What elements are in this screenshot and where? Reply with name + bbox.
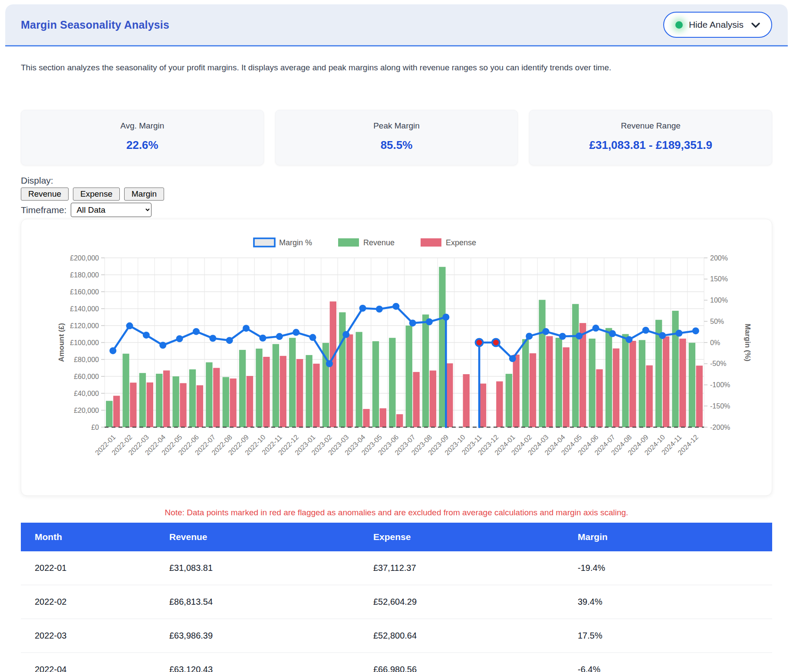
svg-text:200%: 200% [710, 254, 728, 262]
stat-value: 22.6% [26, 138, 259, 152]
timeframe-select[interactable]: All Data [71, 203, 151, 217]
table-cell: 2022-03 [21, 619, 169, 653]
svg-text:£160,000: £160,000 [70, 288, 99, 296]
stat-label: Revenue Range [534, 121, 767, 131]
table-cell: £31,083.81 [169, 551, 373, 585]
table-body: 2022-01£31,083.81£37,112.37-19.4%2022-02… [21, 551, 772, 672]
stat-value: 85.5% [280, 138, 513, 152]
svg-text:-100%: -100% [710, 381, 730, 389]
svg-text:£200,000: £200,000 [70, 254, 99, 262]
table-cell: £52,800.64 [373, 619, 578, 653]
table-header-row: MonthRevenueExpenseMargin [21, 523, 772, 551]
svg-text:£20,000: £20,000 [74, 407, 99, 414]
svg-text:150%: 150% [710, 275, 728, 283]
svg-text:Margin (%): Margin (%) [744, 324, 752, 362]
table-row: 2022-03£63,986.39£52,800.6417.5% [21, 619, 772, 653]
table-cell: £37,112.37 [373, 551, 578, 585]
table-cell: 39.4% [578, 585, 772, 619]
section-description: This section analyzes the seasonality of… [21, 63, 772, 72]
svg-text:£180,000: £180,000 [70, 271, 99, 279]
stat-card-peak-margin: Peak Margin85.5% [275, 110, 518, 165]
page-title: Margin Seasonality Analysis [21, 19, 169, 31]
margin-seasonality-chart: £0£20,000£40,000£60,000£80,000£100,000£1… [29, 229, 763, 489]
svg-text:£60,000: £60,000 [74, 373, 99, 380]
table-cell: £63,120.43 [169, 653, 373, 672]
stat-card-revenue-range: Revenue Range£31,083.81 - £189,351.9 [529, 110, 772, 165]
col-header-month: Month [21, 523, 169, 551]
svg-text:Margin %: Margin % [279, 238, 312, 247]
status-dot-icon [675, 21, 683, 29]
svg-text:-50%: -50% [710, 360, 726, 367]
svg-text:-200%: -200% [710, 424, 730, 431]
table-row: 2022-02£86,813.54£52,604.2939.4% [21, 585, 772, 619]
table-cell: -19.4% [578, 551, 772, 585]
stat-card-avg-margin: Avg. Margin22.6% [21, 110, 264, 165]
monthly-data-table: MonthRevenueExpenseMargin 2022-01£31,083… [21, 523, 772, 672]
table-cell: -6.4% [578, 653, 772, 672]
display-label: Display: [21, 175, 772, 186]
hide-analysis-button[interactable]: Hide Analysis [663, 12, 772, 38]
svg-text:Revenue: Revenue [363, 238, 395, 247]
svg-text:0%: 0% [710, 339, 720, 346]
table-cell: 17.5% [578, 619, 772, 653]
stat-label: Avg. Margin [26, 121, 259, 131]
col-header-expense: Expense [373, 523, 578, 551]
chart-card: £0£20,000£40,000£60,000£80,000£100,000£1… [21, 219, 772, 496]
svg-text:£140,000: £140,000 [70, 305, 99, 313]
table-cell: £52,604.29 [373, 585, 578, 619]
panel-header: Margin Seasonality Analysis Hide Analysi… [5, 4, 788, 46]
svg-text:Amount (£): Amount (£) [57, 323, 66, 362]
timeframe-label: Timeframe: [21, 205, 66, 215]
svg-text:£0: £0 [91, 424, 99, 431]
panel-body: This section analyzes the seasonality of… [5, 63, 788, 672]
display-button-margin[interactable]: Margin [124, 188, 164, 201]
display-buttons: RevenueExpenseMargin [21, 188, 772, 201]
svg-text:Expense: Expense [446, 238, 476, 247]
stat-cards: Avg. Margin22.6%Peak Margin85.5%Revenue … [21, 110, 772, 165]
table-row: 2022-04£63,120.43£66,980.56-6.4% [21, 653, 772, 672]
table-cell: 2022-02 [21, 585, 169, 619]
table-row: 2022-01£31,083.81£37,112.37-19.4% [21, 551, 772, 585]
svg-text:£40,000: £40,000 [74, 390, 99, 397]
svg-text:100%: 100% [710, 296, 728, 304]
svg-text:50%: 50% [710, 318, 724, 325]
table-cell: £86,813.54 [169, 585, 373, 619]
table-cell: 2022-04 [21, 653, 169, 672]
stat-value: £31,083.81 - £189,351.9 [534, 138, 767, 152]
table-cell: £63,986.39 [169, 619, 373, 653]
chevron-down-icon [751, 20, 760, 30]
svg-text:£80,000: £80,000 [74, 356, 99, 363]
display-button-expense[interactable]: Expense [73, 188, 120, 201]
svg-text:£100,000: £100,000 [70, 339, 99, 346]
hide-analysis-label: Hide Analysis [689, 20, 744, 30]
stat-label: Peak Margin [280, 121, 513, 131]
timeframe-row: Timeframe: All Data [21, 203, 772, 217]
display-button-revenue[interactable]: Revenue [21, 188, 69, 201]
margin-seasonality-panel: Margin Seasonality Analysis Hide Analysi… [5, 4, 788, 672]
anomaly-note: Note: Data points marked in red are flag… [21, 508, 772, 517]
col-header-margin: Margin [578, 523, 772, 551]
table-cell: £66,980.56 [373, 653, 578, 672]
svg-text:-150%: -150% [710, 402, 730, 410]
svg-text:£120,000: £120,000 [70, 322, 99, 329]
col-header-revenue: Revenue [169, 523, 373, 551]
table-cell: 2022-01 [21, 551, 169, 585]
